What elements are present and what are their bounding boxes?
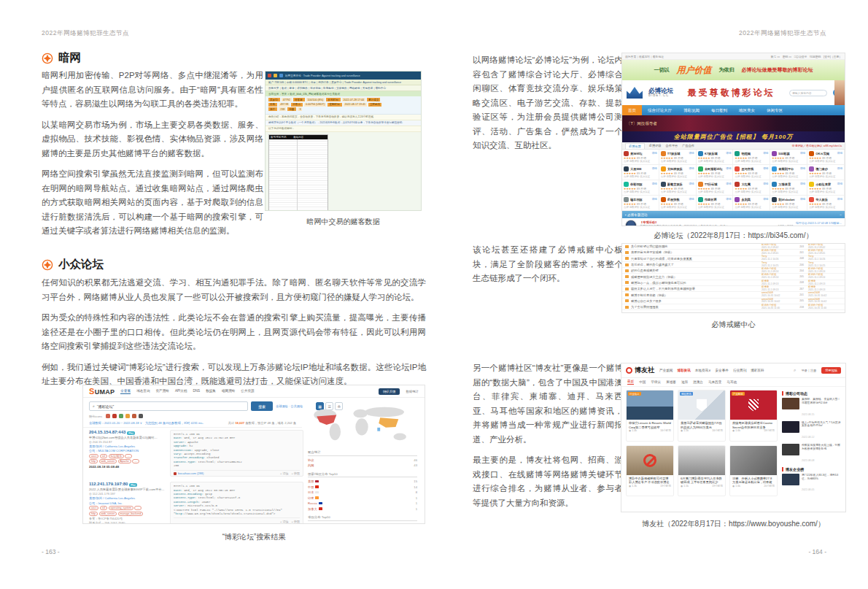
boyoushe-region-tab[interactable]: 迪拜 — [681, 380, 688, 384]
news-card-title[interactable]: 博彩中介新规被授权可代管博彩人博企专户 不法存款罪博企适用 — [627, 475, 673, 485]
sumap-nav-item[interactable]: 暗网测绘 — [222, 389, 235, 394]
bibet-forum-card[interactable]: 小勐拉皇家详情★★★★★ 89 不错点评·存取评价·实力认证 — [807, 180, 845, 196]
feature-icon[interactable] — [106, 414, 110, 418]
boyoushe-login-link[interactable]: 登录｜注册 — [801, 369, 816, 372]
bibet-nav-item[interactable]: 每日签到 — [705, 105, 733, 115]
bibet-forum-card[interactable]: 永利高详情★★★★★ 89 不错点评·存取评价·实力认证 — [733, 196, 770, 211]
result-tag-pill[interactable]: manage_backend — [118, 512, 144, 516]
bibet-tab[interactable]: 必博评级 — [649, 144, 662, 147]
sidebar-news-item[interactable]: 澳门22年收入83.3亿，净利53亿，马稳83%2022-08-05 — [782, 474, 841, 494]
bibet-forum-card[interactable]: 500彩票详情★★★★★ 89 不错点评·存取评价·实力认证 — [770, 150, 807, 165]
news-card[interactable]: 行业动态菲律宾Leisure & Resorts World Corp第二季度亏… — [626, 390, 674, 442]
news-card[interactable]: 6月澳门博彩酒店平均入住率跌破四成 上半年住客量同比少33.3%◉ 1.5k19… — [678, 445, 726, 497]
forum-detail-link[interactable]: 详情 — [689, 167, 694, 170]
bibet-nav-item[interactable]: 博彩见闻 — [678, 105, 705, 115]
forum-detail-link[interactable]: 详情 — [763, 198, 768, 201]
bibet-panel-header[interactable]: ▪ 必博专题活动− — [622, 211, 845, 218]
bibet-forum-card[interactable]: 明陞网详情★★★★★ 89 不错点评·存取评价·实力认证 — [733, 150, 770, 165]
forum-detail-link[interactable]: 详情 — [800, 198, 805, 201]
result-ip-link[interactable]: 112.241.179.197:80 网站 — [89, 482, 166, 486]
news-card[interactable]: 博彩中介新规被授权可代管博彩人博企专户 不法存款罪博企适用◉ 1.3k19小时前 — [626, 445, 674, 497]
sumap-nav-item[interactable]: 域名查询 — [136, 389, 150, 394]
bibet-forum-card[interactable]: 瑞丰国际详情★★★★★ 89 不错点评·存取评价·实力认证 — [622, 196, 659, 211]
result-org-link[interactable]: 公司：Imaxnet USA, Inc. — [89, 501, 166, 505]
sidebar-stat-row[interactable]: 美国15 — [308, 479, 417, 485]
sumap-nav-item[interactable]: DNS — [193, 389, 200, 394]
result-actions[interactable]: + 详情 + 快照 — [280, 520, 300, 523]
sidebar-news-title[interactable]: 线上+午福利送达人气？5大区发奖彩金领不停Go! — [802, 421, 841, 428]
sumap-nav-item[interactable]: 全要素 — [120, 389, 131, 394]
sidebar-news-title[interactable]: 真假杯、真假钱、资金杯入围！这届世界杯场均2.6球 — [802, 398, 841, 405]
forum-detail-link[interactable]: 详情 — [837, 182, 842, 185]
feature-icon[interactable] — [132, 414, 136, 418]
thread-title[interactable]: 赌博玩小一点，偶尔小赌怡情也是可以的 — [631, 281, 759, 285]
bibet-forum-card[interactable]: 利记sbobet详情★★★★★ 89 不错点评·存取评价·实力认证 — [770, 196, 807, 211]
result-tag-pill[interactable]: … — [134, 506, 142, 510]
sumap-nav-item[interactable]: API文档 — [175, 389, 187, 394]
result-tag-pill[interactable]: Apache — [118, 459, 131, 463]
sidebar-stat-row[interactable]: 印度1 — [308, 496, 417, 501]
bibet-forum-card[interactable]: 大红鹰详情★★★★★ 89 不错点评·存取评价·实力认证 — [733, 180, 770, 196]
news-card-title[interactable]: 6月澳门博彩酒店平均入住率跌破四成 上半年住客量同比少33.3% — [678, 475, 725, 485]
forum-detail-link[interactable]: 详情 — [763, 167, 768, 170]
bibet-nav-item[interactable]: 综合讨论大厅 — [642, 105, 678, 115]
boyoushe-region-tab[interactable]: 马耳他 — [726, 380, 737, 384]
news-card-title[interactable]: 美国马萨诸塞州赌场报告7月份的总收入为9900万美元 — [678, 420, 725, 429]
feature-icon[interactable] — [112, 414, 117, 418]
forum-detail-link[interactable]: 详情 — [726, 198, 731, 201]
thread-title[interactable]: 好的心态是戒赌关键 — [631, 269, 759, 272]
thread-title[interactable]: 亲爱的堂兄弟平安戒赌（转载） — [631, 250, 759, 254]
thread-title[interactable]: 最后还说，赌的贪心越来越大了 — [631, 263, 759, 266]
sumap-search-button[interactable]: 搜索 — [251, 401, 273, 411]
boyoushe-region-tab[interactable]: 港澳台 — [693, 380, 703, 384]
result-tag-pill[interactable]: http — [89, 512, 98, 516]
result-tag-pill[interactable]: … — [125, 454, 132, 458]
bibet-forum-card[interactable]: 全民博彩论坛详情★★★★★ 89 不错点评·存取评价·实力认证 — [697, 165, 734, 180]
forum-detail-link[interactable]: 详情 — [763, 152, 768, 155]
bibet-forum-card[interactable]: 华人娱乐详情★★★★★ 89 不错点评·存取评价·实力认证 — [807, 196, 845, 211]
news-card[interactable]: 涉赌、外籍人士试图携带27.8万美元现金走私出境，结果被抓了◉ 1.6k20小时… — [729, 445, 778, 497]
sidebar-stat-row[interactable]: 中国14 — [308, 485, 417, 490]
bibet-tab[interactable]: 广告合作 — [682, 144, 694, 147]
forum-detail-link[interactable]: 详情 — [800, 167, 805, 170]
forum-detail-link[interactable]: 详情 — [652, 152, 657, 155]
boyoushe-nav-item[interactable]: 行业周刊 — [733, 369, 746, 372]
sidebar-news-title[interactable]: 作弊案涉及博彩大陆上线，行家为私营承接博彩新规 — [802, 444, 841, 451]
bibet-ad-banner-1[interactable]: 〔T〕网投领导者 — [622, 115, 845, 131]
bibet-nav-item[interactable]: 首页 — [622, 105, 642, 115]
boyoushe-region-tab[interactable]: 中国 — [639, 380, 646, 384]
boyoushe-region-tab[interactable]: 马来西亚 — [708, 380, 721, 384]
sumap-logo[interactable]: SUMAP — [89, 387, 115, 396]
news-card-title[interactable]: 菲律宾Leisure & Resorts World Corp第二季度亏损收窄 — [627, 420, 673, 429]
sidebar-stat-row[interactable]: 加拿大1 — [308, 507, 417, 512]
darkweb-menu[interactable]: 所有分类｜数据｜服务｜虚拟物品｜技术技能｜影视色情｜实体物品｜网络赌博｜其他资源… — [266, 85, 421, 91]
boyoushe-nav-item[interactable]: 产业新闻 — [659, 369, 673, 372]
sidebar-stat-row[interactable]: Russia1 — [308, 501, 417, 507]
sidebar-news-item[interactable]: 真假杯、真假钱、资金杯入围！这届世界杯场均2.6球2022-08-15 — [782, 398, 841, 418]
news-card[interactable]: 产业新闻摩纳哥足球俱乐部通过Casino Secret合作拓展日本业务◉ 1.6… — [729, 390, 778, 442]
thread-title[interactable]: 赌博不能过度依赖（转载） — [631, 293, 759, 297]
news-card[interactable]: 博彩资讯美国马萨诸塞州赌场报告7月份的总收入为9900万美元◉ 1.5k16小时… — [678, 390, 726, 442]
bibet-search-input[interactable]: 请输入搜索内容 — [789, 90, 827, 96]
forum-detail-link[interactable]: 详情 — [652, 182, 657, 185]
bibet-forum-card[interactable]: 星河在线详情★★★★★ 89 不错点评·存取评价·实力认证 — [733, 165, 770, 180]
bibet-nav-item[interactable]: 地区美女 — [733, 105, 761, 115]
boyoushe-post-button[interactable]: 我要投稿 — [821, 367, 841, 374]
bibet-forum-card[interactable]: 菲彩国际详情★★★★★ 89 不错点评·存取评价·实力认证 — [622, 180, 659, 196]
boyoushe-region-tab[interactable]: 菲律宾 — [651, 380, 661, 384]
result-ip-link[interactable]: 204.15.154.87:443 网站 — [89, 430, 166, 434]
thread-title[interactable]: 为了生活费得慢慢熬 — [631, 305, 759, 309]
bibet-forum-card[interactable]: 新葡京娱乐详情★★★★★ 89 不错点评·存取评价·实力认证 — [659, 180, 697, 196]
result-tag-pill[interactable]: … — [132, 459, 139, 463]
boyoushe-nav-item[interactable]: 安全事件 — [716, 369, 729, 372]
bibet-topbar-links[interactable]: 设为首页｜收藏本站｜最新地址 — [625, 55, 664, 58]
boyoushe-nav-item[interactable]: 博彩资讯 — [677, 369, 690, 372]
result-region-link[interactable]: 美国/加州 / California Los Angeles — [89, 496, 166, 500]
forum-detail-link[interactable]: 详情 — [652, 167, 657, 170]
result-tag-pill[interactable]: http — [89, 459, 98, 463]
forum-detail-link[interactable]: 详情 — [837, 198, 842, 201]
forum-detail-link[interactable]: 详情 — [689, 198, 694, 201]
feature-icon[interactable] — [139, 414, 143, 418]
bibet-nav-item[interactable]: 休闲专区 — [761, 105, 788, 115]
forum-detail-link[interactable]: 详情 — [763, 182, 768, 185]
